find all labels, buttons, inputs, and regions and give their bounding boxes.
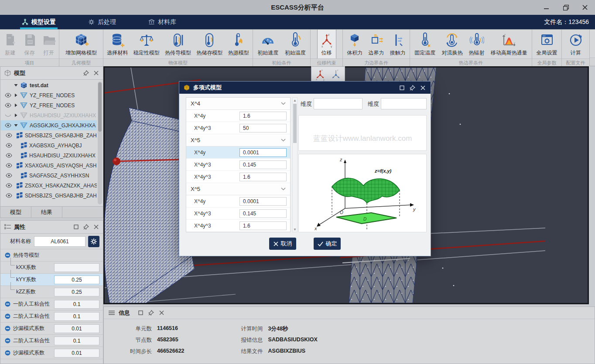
material-settings-button[interactable] bbox=[88, 236, 99, 247]
toolbar-button[interactable]: 固定温度 bbox=[413, 30, 437, 58]
caret-down-icon[interactable] bbox=[14, 84, 18, 87]
property-row[interactable]: kZZ系数 0.25 bbox=[0, 286, 103, 298]
toolbar-button[interactable]: zxy 位移 bbox=[318, 30, 336, 58]
collapse-minus-icon[interactable] bbox=[5, 350, 10, 356]
caret-right-icon[interactable] bbox=[14, 103, 18, 107]
coefficient-row[interactable]: X^4y 0.0001 bbox=[186, 146, 290, 159]
coefficient-list-scrollbar[interactable]: ▲▼ bbox=[292, 97, 298, 232]
toolbar-button[interactable]: 热储存模型 bbox=[195, 30, 224, 58]
coefficient-input[interactable]: 0.145 bbox=[239, 209, 287, 218]
dialog-header[interactable]: 多项式模型 bbox=[179, 82, 431, 94]
maximize-icon[interactable] bbox=[72, 224, 79, 231]
eye-open-icon[interactable] bbox=[6, 163, 12, 168]
coefficient-row[interactable]: X^4y^3 0.145 bbox=[186, 159, 290, 171]
toolbar-button[interactable]: 边界力 bbox=[367, 30, 386, 58]
collapse-minus-icon[interactable] bbox=[5, 338, 10, 344]
close-icon[interactable] bbox=[419, 84, 426, 91]
maximize-icon[interactable] bbox=[398, 84, 405, 91]
eye-open-icon[interactable] bbox=[5, 123, 11, 128]
dim2-input[interactable] bbox=[381, 98, 427, 109]
eye-open-icon[interactable] bbox=[6, 183, 12, 188]
property-value-input[interactable] bbox=[54, 263, 99, 272]
property-row[interactable]: 二阶人工粘合性 0.1 bbox=[0, 310, 103, 323]
coefficient-row[interactable]: X^4y^3 0.145 bbox=[186, 208, 290, 220]
tree-item[interactable]: SAGFASGZ_ASYHHXSN bbox=[0, 170, 97, 180]
coefficient-row[interactable]: X^4y 1.6 bbox=[186, 110, 290, 122]
axis-triad-red-icon[interactable]: zxy bbox=[314, 68, 327, 81]
tree-item[interactable]: XSAXGAUS_AISYAQSH_ASHX bbox=[0, 160, 97, 170]
dim1-input[interactable] bbox=[314, 98, 362, 109]
coefficient-input[interactable]: 0.145 bbox=[239, 160, 287, 169]
coefficient-input[interactable]: 0.0001 bbox=[239, 148, 287, 157]
toolbar-button[interactable]: 选择材料 bbox=[105, 30, 130, 58]
coefficient-row[interactable]: X^4y^3 1.6 bbox=[186, 171, 290, 183]
minimize-icon[interactable] bbox=[543, 3, 551, 11]
section-header[interactable]: X^4 bbox=[186, 98, 290, 110]
collapse-minus-icon[interactable] bbox=[5, 301, 10, 307]
property-value-input[interactable]: 0.1 bbox=[54, 312, 99, 321]
close-icon[interactable] bbox=[92, 224, 99, 231]
coefficient-input[interactable]: 1.6 bbox=[239, 221, 287, 230]
toolbar-button[interactable]: 体积力 bbox=[345, 30, 364, 58]
tree-item[interactable]: HSAUHDISU_JZXIUXHAHX bbox=[0, 110, 97, 120]
toolbar-button[interactable]: 初始温度 bbox=[283, 30, 308, 58]
property-group-row[interactable]: 热传导模型 bbox=[0, 249, 103, 262]
property-row[interactable]: kYY系数 0.25 bbox=[0, 274, 103, 286]
tree-item[interactable]: XAGBSXG_AYHAQBJ bbox=[0, 140, 97, 150]
property-row[interactable]: 二阶人工粘合性 0.1 bbox=[0, 335, 103, 347]
toolbar-button[interactable]: 新建 bbox=[1, 30, 19, 58]
coefficient-row[interactable]: X^4y 0.0001 bbox=[186, 195, 290, 208]
property-value-input[interactable]: 0.01 bbox=[54, 324, 99, 333]
toolbar-button[interactable]: 稳定性模型 bbox=[132, 30, 161, 58]
eye-open-icon[interactable] bbox=[6, 143, 12, 148]
tree-item[interactable]: YZ_FREE_NODES bbox=[0, 100, 97, 110]
tree-root[interactable]: test.dat bbox=[0, 80, 97, 90]
collapse-minus-icon[interactable] bbox=[5, 326, 10, 331]
tree-item[interactable]: SDHSBJZS_GHSABJHB_ZAHU bbox=[0, 191, 97, 201]
tab-postprocess[interactable]: 后处理 bbox=[86, 15, 118, 29]
property-value-input[interactable]: 0.01 bbox=[54, 349, 99, 357]
coefficient-input[interactable]: 1.6 bbox=[239, 112, 287, 120]
property-row[interactable]: 沙漏模式系数 0.01 bbox=[0, 347, 103, 359]
close-icon[interactable] bbox=[158, 310, 165, 316]
tree-scrollbar[interactable] bbox=[98, 82, 102, 204]
property-row[interactable]: 沙漏模式系数 0.01 bbox=[0, 323, 103, 335]
tab-model[interactable]: 模型 bbox=[0, 207, 31, 218]
property-row[interactable]: kXX系数 bbox=[0, 262, 103, 274]
tree-item[interactable]: HSAUHDISU_JZXIUXHAHX bbox=[0, 150, 97, 160]
toolbar-button[interactable]: 接触力 bbox=[388, 30, 407, 58]
pin-icon[interactable] bbox=[409, 84, 416, 91]
eye-open-icon[interactable] bbox=[6, 153, 12, 158]
toolbar-button[interactable]: 全局设置 bbox=[535, 30, 559, 58]
coefficient-input[interactable]: 0.0001 bbox=[239, 197, 287, 206]
toolbar-button[interactable]: 保存 bbox=[21, 30, 39, 58]
eye-closed-icon[interactable] bbox=[5, 113, 11, 118]
caret-right-icon[interactable] bbox=[14, 113, 18, 117]
collapse-minus-icon[interactable] bbox=[5, 252, 10, 258]
toolbar-button[interactable]: 热源模型 bbox=[226, 30, 251, 58]
tree-item[interactable]: AGSGKJKG_GJHXAJKHXA bbox=[0, 120, 97, 130]
toolbar-button[interactable]: 热辐射 bbox=[467, 30, 486, 58]
material-name-input[interactable]: AL6061 bbox=[34, 236, 85, 247]
close-icon[interactable] bbox=[92, 70, 99, 77]
section-header[interactable]: X^5 bbox=[186, 183, 290, 195]
ok-button[interactable]: 确定 bbox=[314, 238, 341, 250]
tab-result[interactable]: 结果 bbox=[31, 207, 62, 218]
property-value-input[interactable]: 0.1 bbox=[54, 300, 99, 309]
toolbar-button[interactable]: 计算 bbox=[567, 30, 585, 58]
toolbar-button[interactable]: 增加网格模型 bbox=[64, 30, 99, 58]
section-header[interactable]: X^5 bbox=[186, 134, 290, 146]
axis-triad-blue-icon[interactable]: z bbox=[329, 68, 342, 81]
eye-open-icon[interactable] bbox=[6, 173, 12, 178]
close-icon[interactable] bbox=[581, 3, 589, 11]
pin-icon[interactable] bbox=[82, 70, 89, 77]
toolbar-button[interactable]: 打开 bbox=[40, 30, 58, 58]
tab-model-setup[interactable]: 模型设置 bbox=[20, 15, 58, 29]
cancel-button[interactable]: 取消 bbox=[269, 238, 296, 250]
caret-down-icon[interactable] bbox=[14, 124, 18, 127]
toolbar-button[interactable]: 初始速度 bbox=[256, 30, 280, 58]
tree-item[interactable]: ZSXGX_HSAKAZNZXK_AHASX bbox=[0, 180, 97, 191]
eye-open-icon[interactable] bbox=[5, 103, 11, 108]
coefficient-input[interactable]: 50 bbox=[239, 124, 287, 133]
property-value-input[interactable]: 0.1 bbox=[54, 337, 99, 345]
